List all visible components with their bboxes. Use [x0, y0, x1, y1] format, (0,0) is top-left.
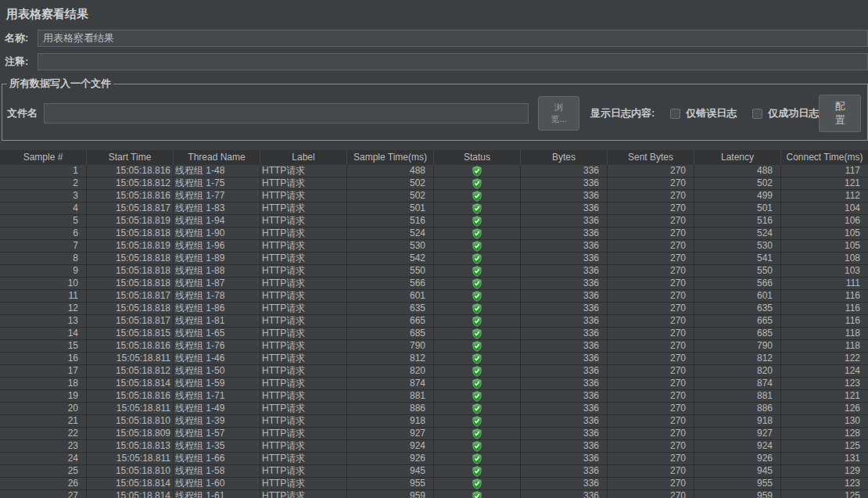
- status-success-icon: [472, 216, 482, 227]
- table-row[interactable]: 2415:05:18.811线程组 1-66HTTP请求926336270926…: [0, 453, 868, 465]
- name-input[interactable]: [38, 30, 868, 47]
- cell-connect-time-ms: 103: [781, 265, 868, 277]
- cell-connect-time-ms: 123: [781, 478, 868, 489]
- cell-label: HTTP请求: [260, 202, 347, 214]
- cell-start-time: 15:05:18.816: [87, 340, 174, 352]
- cell-label: HTTP请求: [260, 465, 347, 477]
- status-cell: [434, 240, 521, 252]
- cell-label: HTTP请求: [260, 340, 347, 352]
- cell-sample: 20: [0, 403, 87, 414]
- cell-latency: 566: [694, 278, 781, 289]
- column-header-sent-bytes[interactable]: Sent Bytes: [608, 150, 694, 165]
- table-row[interactable]: 2315:05:18.813线程组 1-35HTTP请求924336270924…: [0, 440, 868, 453]
- table-row[interactable]: 1515:05:18.816线程组 1-76HTTP请求790336270790…: [0, 340, 868, 353]
- cell-label: HTTP请求: [260, 290, 347, 302]
- status-cell: [434, 490, 521, 498]
- table-row[interactable]: 2115:05:18.810线程组 1-39HTTP请求918336270918…: [0, 415, 868, 428]
- column-header-latency[interactable]: Latency: [694, 150, 781, 165]
- cell-thread-name: 线程组 1-59: [174, 378, 260, 389]
- cell-sample: 3: [0, 190, 87, 202]
- cell-label: HTTP请求: [260, 228, 347, 239]
- table-row[interactable]: 1215:05:18.818线程组 1-86HTTP请求635336270635…: [0, 303, 868, 315]
- cell-sent-bytes: 270: [608, 453, 694, 464]
- table-row[interactable]: 315:05:18.816线程组 1-77HTTP请求5023362704991…: [0, 190, 868, 202]
- cell-latency: 959: [694, 490, 781, 498]
- filename-label: 文件名: [7, 106, 38, 120]
- cell-sample-time-ms: 927: [347, 428, 434, 439]
- configure-button[interactable]: 配置: [819, 95, 861, 132]
- column-header-sample[interactable]: Sample #: [0, 150, 87, 165]
- filename-input[interactable]: [44, 103, 529, 124]
- cell-label: HTTP请求: [260, 403, 347, 414]
- browse-button[interactable]: 浏览...: [538, 96, 579, 131]
- column-header-sample-time-ms[interactable]: Sample Time(ms): [347, 150, 434, 165]
- cell-bytes: 336: [521, 453, 608, 464]
- status-success-icon: [472, 366, 482, 377]
- table-row[interactable]: 1415:05:18.815线程组 1-65HTTP请求685336270685…: [0, 328, 868, 340]
- table-row[interactable]: 515:05:18.819线程组 1-94HTTP请求5163362705161…: [0, 215, 868, 228]
- table-row[interactable]: 2715:05:18.814线程组 1-61HTTP请求959336270959…: [0, 490, 868, 498]
- cell-latency: 945: [694, 465, 781, 477]
- cell-label: HTTP请求: [260, 428, 347, 439]
- status-success-icon: [472, 191, 482, 202]
- cell-label: HTTP请求: [260, 278, 347, 289]
- column-header-connect-time-ms[interactable]: Connect Time(ms): [781, 150, 868, 165]
- cell-bytes: 336: [521, 390, 608, 402]
- cell-sent-bytes: 270: [608, 340, 694, 352]
- successes-only-checkbox[interactable]: 仅成功日志: [752, 106, 819, 120]
- cell-start-time: 15:05:18.810: [87, 465, 174, 477]
- status-success-icon: [472, 303, 482, 314]
- cell-sent-bytes: 270: [608, 315, 694, 327]
- table-row[interactable]: 1315:05:18.817线程组 1-81HTTP请求665336270665…: [0, 315, 868, 328]
- cell-thread-name: 线程组 1-60: [174, 478, 260, 489]
- status-success-icon: [472, 203, 482, 214]
- table-row[interactable]: 1815:05:18.814线程组 1-59HTTP请求874336270874…: [0, 378, 868, 390]
- cell-latency: 955: [694, 478, 781, 489]
- cell-label: HTTP请求: [260, 490, 347, 498]
- table-row[interactable]: 1715:05:18.812线程组 1-50HTTP请求820336270820…: [0, 365, 868, 378]
- table-row[interactable]: 615:05:18.818线程组 1-90HTTP请求5243362705241…: [0, 228, 868, 240]
- table-row[interactable]: 1015:05:18.818线程组 1-87HTTP请求566336270566…: [0, 278, 868, 290]
- cell-thread-name: 线程组 1-39: [174, 415, 260, 427]
- table-row[interactable]: 1915:05:18.816线程组 1-71HTTP请求881336270881…: [0, 390, 868, 403]
- table-row[interactable]: 2015:05:18.811线程组 1-49HTTP请求886336270886…: [0, 403, 868, 415]
- status-success-icon: [472, 378, 482, 389]
- status-cell: [434, 403, 521, 414]
- cell-start-time: 15:05:18.818: [87, 303, 174, 314]
- column-header-bytes[interactable]: Bytes: [521, 150, 608, 165]
- errors-only-checkbox[interactable]: 仅错误日志: [670, 106, 737, 120]
- cell-start-time: 15:05:18.811: [87, 403, 174, 414]
- table-row[interactable]: 2215:05:18.809线程组 1-57HTTP请求927336270927…: [0, 428, 868, 440]
- cell-sample: 13: [0, 315, 87, 327]
- table-row[interactable]: 1115:05:18.817线程组 1-78HTTP请求601336270601…: [0, 290, 868, 303]
- table-row[interactable]: 2615:05:18.814线程组 1-60HTTP请求955336270955…: [0, 478, 868, 490]
- cell-label: HTTP请求: [260, 353, 347, 364]
- status-success-icon: [472, 278, 482, 289]
- cell-thread-name: 线程组 1-57: [174, 428, 260, 439]
- cell-sample: 17: [0, 365, 87, 377]
- cell-bytes: 336: [521, 403, 608, 414]
- column-header-start-time[interactable]: Start Time: [87, 150, 174, 165]
- column-header-label[interactable]: Label: [260, 150, 347, 165]
- cell-sent-bytes: 270: [608, 465, 694, 477]
- cell-connect-time-ms: 116: [781, 315, 868, 327]
- table-row[interactable]: 115:05:18.816线程组 1-48HTTP请求4883362704881…: [0, 165, 868, 177]
- table-row[interactable]: 815:05:18.818线程组 1-89HTTP请求5423362705411…: [0, 253, 868, 265]
- table-row[interactable]: 1615:05:18.811线程组 1-46HTTP请求812336270812…: [0, 353, 868, 365]
- cell-label: HTTP请求: [260, 253, 347, 264]
- write-data-to-file-group: 所有数据写入一个文件 文件名 浏览... 显示日志内容: 仅错误日志 仅成功日志…: [2, 77, 868, 141]
- column-header-status[interactable]: Status: [434, 150, 521, 165]
- cell-start-time: 15:05:18.817: [87, 202, 174, 214]
- table-row[interactable]: 215:05:18.812线程组 1-75HTTP请求5023362705021…: [0, 177, 868, 190]
- table-row[interactable]: 915:05:18.818线程组 1-88HTTP请求5503362705501…: [0, 265, 868, 278]
- cell-bytes: 336: [521, 328, 608, 339]
- cell-latency: 601: [694, 290, 781, 302]
- cell-thread-name: 线程组 1-71: [174, 390, 260, 402]
- cell-sent-bytes: 270: [608, 177, 694, 189]
- cell-sample-time-ms: 665: [347, 315, 434, 327]
- table-row[interactable]: 415:05:18.817线程组 1-83HTTP请求5013362705011…: [0, 202, 868, 215]
- table-row[interactable]: 2515:05:18.810线程组 1-58HTTP请求945336270945…: [0, 465, 868, 478]
- comments-input[interactable]: [38, 53, 868, 70]
- table-row[interactable]: 715:05:18.819线程组 1-96HTTP请求5303362705301…: [0, 240, 868, 253]
- column-header-thread-name[interactable]: Thread Name: [174, 150, 260, 165]
